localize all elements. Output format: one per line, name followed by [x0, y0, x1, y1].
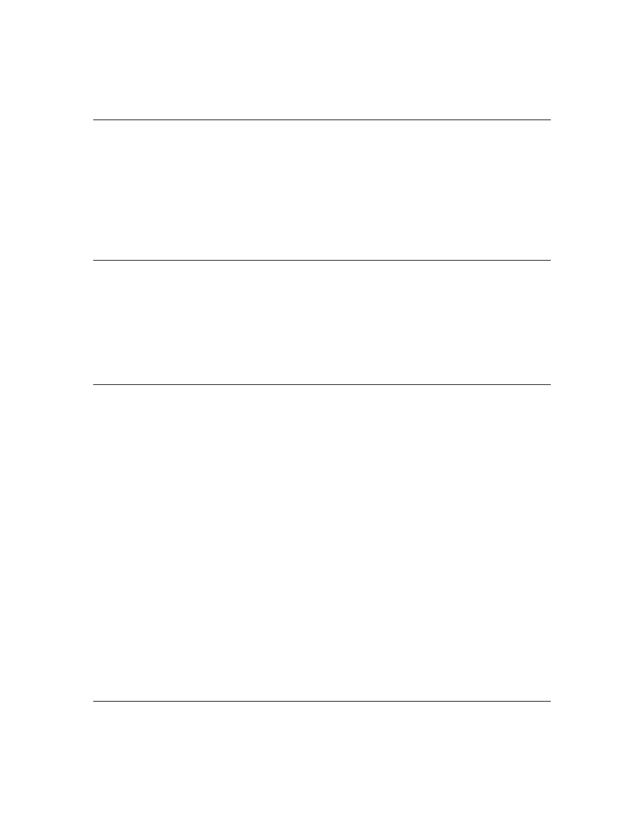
horizontal-rule [93, 701, 551, 702]
page [0, 0, 644, 834]
horizontal-rule [93, 260, 551, 261]
horizontal-rule [93, 120, 551, 120]
horizontal-rule [93, 384, 551, 385]
